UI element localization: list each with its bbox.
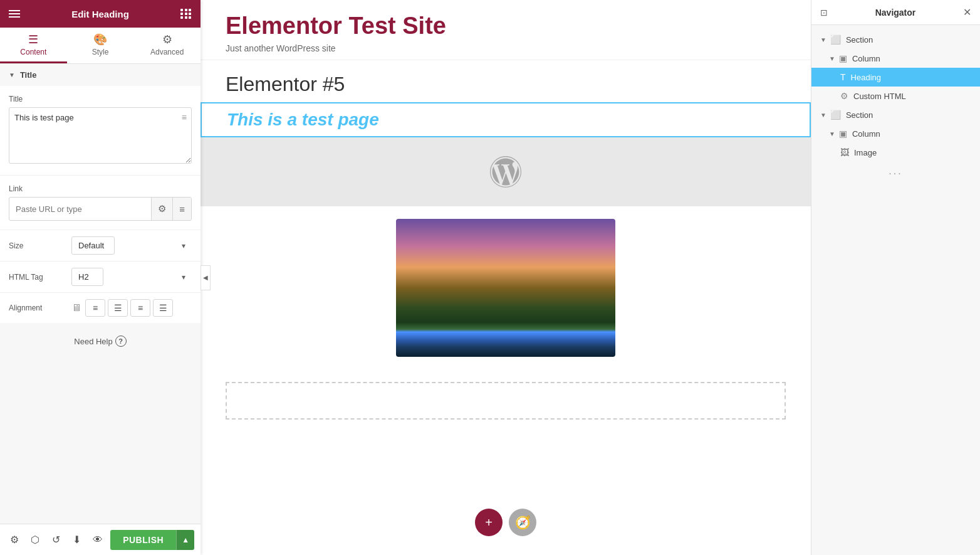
panel-title: Edit Heading bbox=[71, 9, 129, 19]
floating-buttons: + 🧭 bbox=[475, 509, 536, 536]
size-select-wrap: Default Small Medium Large XL XXL bbox=[71, 236, 192, 255]
alignment-label: Alignment bbox=[9, 304, 71, 312]
link-settings-btn[interactable]: ⚙ bbox=[151, 198, 172, 220]
tab-style-label: Style bbox=[92, 48, 109, 56]
heading-element: This is a test page bbox=[202, 103, 810, 136]
heading-element-wrap[interactable]: This is a test page bbox=[201, 102, 811, 137]
site-title: Elementor Test Site bbox=[226, 13, 786, 40]
style-tab-icon: 🎨 bbox=[93, 34, 107, 45]
navigator-float-btn[interactable]: 🧭 bbox=[509, 509, 536, 536]
tab-content[interactable]: ☰ Content bbox=[0, 28, 67, 63]
tab-content-label: Content bbox=[20, 48, 46, 56]
link-row: ⚙ ≡ bbox=[9, 197, 192, 221]
tab-style[interactable]: 🎨 Style bbox=[67, 28, 134, 63]
nav-heading-label: Heading bbox=[851, 73, 881, 82]
wp-logo-icon bbox=[490, 156, 521, 188]
navigator-close-btn[interactable]: ✕ bbox=[963, 6, 971, 18]
left-collapse-arrow[interactable]: ◀ bbox=[201, 265, 211, 290]
link-field-label: Link bbox=[9, 184, 192, 193]
link-input[interactable] bbox=[9, 199, 151, 219]
alignment-buttons: ≡ ☰ ≡ ☰ bbox=[85, 299, 173, 317]
tab-advanced[interactable]: ⚙ Advanced bbox=[133, 28, 201, 63]
align-right-btn[interactable]: ≡ bbox=[130, 299, 150, 317]
right-panel: ⊡ Navigator ✕ ▼ ⬜ Section ▼ ▣ Column T H… bbox=[811, 0, 980, 555]
nav-column-1-icon: ▣ bbox=[839, 53, 847, 63]
panel-tabs: ☰ Content 🎨 Style ⚙ Advanced bbox=[0, 28, 201, 64]
nav-column-1-label: Column bbox=[852, 54, 880, 63]
panel-bottom: ⚙ ⬡ ↺ ⬇ 👁 PUBLISH ▲ bbox=[0, 524, 201, 555]
title-input[interactable]: This is test page bbox=[9, 107, 192, 164]
alignment-row: Alignment 🖥 ≡ ☰ ≡ ☰ bbox=[0, 292, 201, 323]
nav-heading-icon: T bbox=[840, 72, 846, 82]
wp-section bbox=[201, 137, 811, 206]
need-help-label: Need Help bbox=[74, 337, 112, 346]
panel-header: Edit Heading bbox=[0, 0, 201, 28]
nav-section-1-label: Section bbox=[846, 35, 873, 45]
nav-section-2-label: Section bbox=[846, 110, 873, 120]
link-form-area: Link ⚙ ≡ bbox=[0, 175, 201, 230]
page-title-section: Elementor #5 bbox=[201, 60, 811, 102]
settings-icon-btn[interactable]: ⚙ bbox=[6, 531, 22, 549]
nav-image-label: Image bbox=[854, 148, 877, 157]
grid-icon[interactable] bbox=[180, 9, 192, 19]
nav-column-2-label: Column bbox=[852, 129, 880, 139]
publish-button[interactable]: PUBLISH bbox=[110, 530, 176, 550]
monitor-icon: 🖥 bbox=[71, 302, 81, 314]
tab-advanced-label: Advanced bbox=[150, 48, 184, 56]
landscape-img-sim bbox=[396, 219, 615, 357]
title-field-label: Title bbox=[9, 95, 192, 103]
nav-chevron-section-1: ▼ bbox=[820, 36, 826, 43]
size-label: Size bbox=[9, 241, 71, 250]
nav-chevron-column-1: ▼ bbox=[829, 55, 835, 62]
navigator-title: Navigator bbox=[875, 8, 916, 18]
navigator-header: ⊡ Navigator ✕ bbox=[811, 0, 980, 25]
align-center-btn[interactable]: ☰ bbox=[108, 299, 128, 317]
link-format-btn[interactable]: ≡ bbox=[172, 198, 191, 220]
site-tagline: Just another WordPress site bbox=[226, 43, 786, 53]
align-justify-btn[interactable]: ☰ bbox=[153, 299, 173, 317]
nav-item-heading[interactable]: T Heading bbox=[811, 68, 980, 87]
help-icon: ? bbox=[115, 336, 127, 347]
size-select[interactable]: Default Small Medium Large XL XXL bbox=[71, 236, 115, 255]
html-tag-label: HTML Tag bbox=[9, 273, 71, 282]
nav-item-image[interactable]: 🖼 Image bbox=[811, 143, 980, 162]
nav-custom-html-label: Custom HTML bbox=[853, 92, 906, 101]
publish-dropdown-btn[interactable]: ▲ bbox=[176, 530, 194, 550]
left-panel: Edit Heading ☰ Content 🎨 Style ⚙ Advance… bbox=[0, 0, 201, 555]
nav-column-2-icon: ▣ bbox=[839, 129, 847, 139]
layers-icon-btn[interactable]: ⬡ bbox=[27, 531, 43, 549]
nav-section-1-icon: ⬜ bbox=[830, 34, 841, 45]
nav-item-section-1[interactable]: ▼ ⬜ Section bbox=[811, 30, 980, 49]
title-form-area: Title This is test page ≡ bbox=[0, 86, 201, 175]
nav-dots: ··· bbox=[811, 162, 980, 186]
history-icon-btn[interactable]: ↺ bbox=[48, 531, 63, 549]
landscape-image bbox=[396, 219, 615, 357]
nav-image-icon: 🖼 bbox=[840, 147, 849, 157]
nav-item-column-2[interactable]: ▼ ▣ Column bbox=[811, 124, 980, 143]
title-textarea-wrap: This is test page ≡ bbox=[9, 107, 192, 166]
nav-item-column-1[interactable]: ▼ ▣ Column bbox=[811, 49, 980, 68]
nav-item-custom-html[interactable]: ⚙ Custom HTML bbox=[811, 87, 980, 105]
navigator-collapse-btn[interactable]: ⊡ bbox=[820, 8, 828, 18]
preview-btn[interactable]: 👁 bbox=[90, 531, 105, 549]
content-tab-icon: ☰ bbox=[28, 34, 38, 45]
html-tag-select[interactable]: H1 H2 H3 H4 H5 H6 div span p bbox=[71, 268, 103, 286]
canvas-area: Elementor Test Site Just another WordPre… bbox=[201, 0, 811, 555]
save-template-btn[interactable]: ⬇ bbox=[69, 531, 85, 549]
need-help-section[interactable]: Need Help ? bbox=[0, 323, 201, 359]
nav-section-2-icon: ⬜ bbox=[830, 110, 841, 120]
textarea-format-icon[interactable]: ≡ bbox=[182, 112, 187, 122]
nav-chevron-section-2: ▼ bbox=[820, 112, 826, 119]
nav-custom-html-icon: ⚙ bbox=[840, 91, 848, 101]
align-left-btn[interactable]: ≡ bbox=[85, 299, 105, 317]
section-title-bar[interactable]: ▼ Title bbox=[0, 64, 201, 86]
nav-item-section-2[interactable]: ▼ ⬜ Section bbox=[811, 105, 980, 124]
section-title-label: Title bbox=[20, 70, 37, 80]
add-section-btn[interactable]: + bbox=[475, 509, 503, 536]
site-header: Elementor Test Site Just another WordPre… bbox=[201, 0, 811, 60]
add-section-bar[interactable] bbox=[226, 382, 786, 420]
image-section bbox=[201, 206, 811, 369]
publish-group: PUBLISH ▲ bbox=[110, 530, 194, 550]
hamburger-icon[interactable] bbox=[9, 10, 20, 18]
advanced-tab-icon: ⚙ bbox=[162, 34, 172, 45]
